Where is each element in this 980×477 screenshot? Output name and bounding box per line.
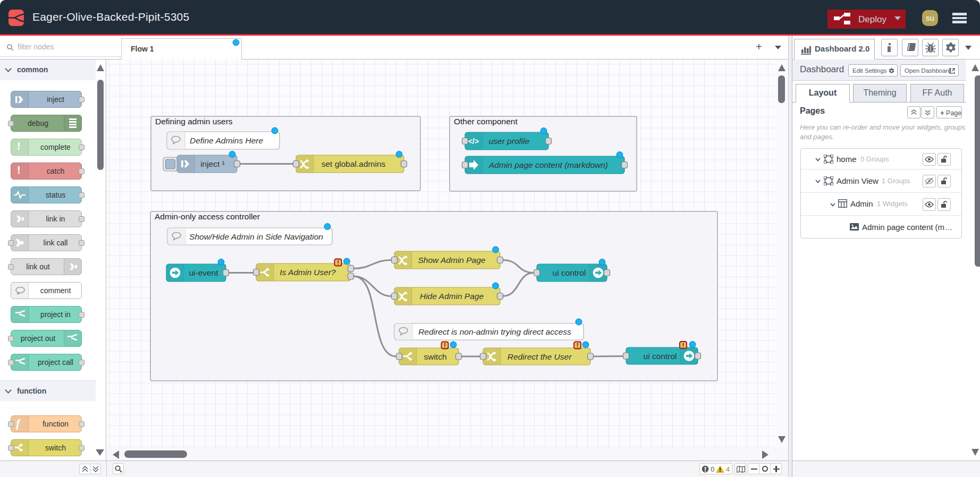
svg-text:Hide Admin Page: Hide Admin Page (420, 292, 484, 301)
svg-text:Is Admin User?: Is Admin User? (280, 268, 336, 277)
svg-text:user profile: user profile (489, 137, 530, 146)
svg-text:Other component: Other component (454, 117, 518, 126)
svg-text:Redirect is non-admin trying d: Redirect is non-admin trying direct acce… (418, 327, 571, 336)
svg-text:ui-event: ui-event (189, 268, 218, 277)
svg-text:Admin page content (markdown): Admin page content (markdown) (488, 160, 608, 169)
svg-text:Show Admin Page: Show Admin Page (418, 255, 486, 265)
svg-text:ui control: ui control (644, 352, 677, 361)
svg-text:</>: </> (468, 137, 479, 146)
svg-text:switch: switch (424, 352, 446, 361)
svg-text:Define Admins Here: Define Admins Here (190, 136, 264, 145)
svg-text:ui control: ui control (553, 268, 586, 277)
svg-text:inject ¹: inject ¹ (200, 159, 225, 168)
svg-text:Show/Hide Admin in Side Naviga: Show/Hide Admin in Side Navigation (189, 232, 323, 241)
svg-text:set global.admins: set global.admins (322, 159, 386, 168)
svg-text:Admin-only access controller: Admin-only access controller (155, 212, 260, 221)
svg-text:Defining admin users: Defining admin users (155, 117, 233, 126)
svg-text:Redirect the User: Redirect the User (508, 352, 572, 361)
